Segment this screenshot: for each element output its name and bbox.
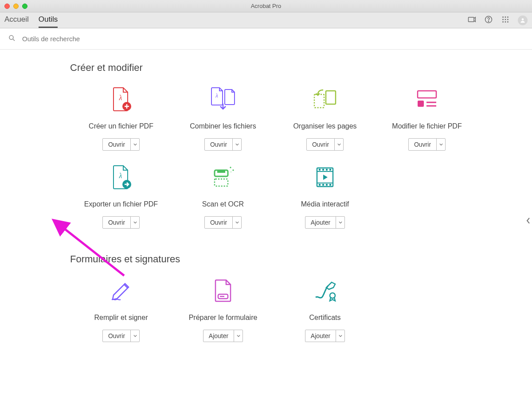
tool-fill-sign[interactable]: Remplir et signer Ouvrir [70, 277, 172, 342]
tool-open-button[interactable]: Ouvrir [408, 138, 446, 151]
dropdown-caret-icon[interactable] [232, 217, 241, 228]
search-input[interactable] [22, 35, 524, 43]
svg-point-12 [522, 18, 524, 20]
main-toolbar: Accueil Outils [0, 12, 532, 28]
svg-text:λ: λ [215, 92, 218, 99]
close-window-button[interactable] [4, 4, 10, 9]
tool-certificates[interactable]: Certificats Ajouter [274, 277, 376, 342]
prepare-form-icon [214, 277, 232, 304]
svg-rect-18 [314, 94, 324, 108]
svg-point-2 [488, 21, 489, 21]
svg-text:λ: λ [119, 172, 122, 179]
tool-prepare-form[interactable]: Préparer le formulaire Ajouter [172, 277, 274, 342]
tab-tools[interactable]: Outils [39, 12, 58, 28]
tool-label: Créer un fichier PDF [89, 122, 153, 130]
svg-rect-36 [322, 184, 324, 186]
certificates-icon [312, 277, 338, 304]
svg-rect-19 [418, 91, 436, 98]
dropdown-caret-icon[interactable] [130, 217, 139, 228]
tool-add-button[interactable]: Ajouter [305, 216, 345, 229]
svg-rect-38 [329, 184, 331, 186]
section-title-forms-signatures: Formulaires et signatures [70, 253, 532, 265]
tool-open-button[interactable]: Ouvrir [102, 216, 140, 229]
svg-rect-6 [502, 19, 504, 20]
dropdown-caret-icon[interactable] [334, 139, 343, 150]
tool-organize-pages[interactable]: Organiser les pages Ouvrir [274, 86, 376, 151]
svg-rect-20 [418, 101, 424, 107]
tool-open-button[interactable]: Ouvrir [102, 330, 140, 342]
tool-label: Combiner les fichiers [190, 122, 256, 130]
svg-rect-32 [322, 169, 324, 171]
svg-rect-0 [469, 17, 474, 22]
svg-rect-26 [217, 170, 225, 173]
tool-open-button[interactable]: Ouvrir [102, 138, 140, 151]
scan-ocr-icon [211, 164, 235, 191]
tool-label: Certificats [309, 314, 340, 322]
svg-rect-35 [319, 184, 321, 186]
tool-label: Média interactif [301, 200, 349, 208]
interactive-media-icon [315, 164, 335, 191]
svg-rect-17 [326, 91, 336, 104]
share-icon[interactable] [467, 15, 476, 26]
apps-grid-icon[interactable] [501, 15, 510, 26]
tab-home[interactable]: Accueil [4, 12, 29, 28]
dropdown-caret-icon[interactable] [130, 139, 139, 150]
tool-label: Remplir et signer [94, 314, 148, 322]
section-title-create-modify: Créer et modifier [70, 62, 532, 74]
export-pdf-icon: λ [110, 164, 132, 191]
svg-rect-37 [326, 184, 328, 186]
tool-scan-ocr[interactable]: Scan et OCR Ouvrir [172, 164, 274, 229]
svg-rect-3 [502, 16, 504, 18]
zoom-window-button[interactable] [22, 4, 27, 9]
svg-rect-31 [319, 169, 321, 171]
dropdown-caret-icon[interactable] [130, 330, 139, 342]
tool-open-button[interactable]: Ouvrir [204, 216, 242, 229]
organize-pages-icon [313, 86, 337, 113]
dropdown-caret-icon[interactable] [336, 217, 344, 228]
svg-rect-9 [502, 21, 504, 22]
dropdown-caret-icon[interactable] [232, 139, 241, 150]
dropdown-caret-icon[interactable] [234, 330, 243, 342]
tool-create-pdf[interactable]: λ Créer un fichier PDF Ouvrir [70, 86, 172, 151]
svg-rect-33 [326, 169, 328, 171]
svg-rect-11 [507, 21, 509, 22]
svg-text:λ: λ [119, 94, 122, 101]
window-title: Acrobat Pro [0, 3, 532, 9]
svg-rect-5 [507, 16, 509, 18]
panel-collapse-chevron-icon[interactable] [525, 215, 532, 226]
search-bar [0, 28, 532, 50]
window-titlebar: Acrobat Pro [0, 0, 532, 12]
dropdown-caret-icon[interactable] [336, 330, 344, 342]
svg-rect-34 [329, 169, 331, 171]
tool-export-pdf[interactable]: λ Exporter un fichier PDF Ouvrir [70, 164, 172, 229]
window-controls [0, 4, 27, 9]
account-avatar[interactable] [518, 16, 528, 25]
minimize-window-button[interactable] [13, 4, 19, 9]
combine-files-icon: λ [210, 86, 236, 113]
dropdown-caret-icon[interactable] [436, 139, 445, 150]
tool-label: Scan et OCR [202, 200, 244, 208]
svg-point-13 [9, 35, 13, 39]
create-pdf-icon: λ [110, 86, 132, 113]
search-icon [8, 34, 16, 44]
tool-add-button[interactable]: Ajouter [203, 330, 243, 342]
tool-combine-files[interactable]: λ Combiner les fichiers Ouvrir [172, 86, 274, 151]
tool-open-button[interactable]: Ouvrir [306, 138, 344, 151]
tool-add-button[interactable]: Ajouter [305, 330, 345, 342]
tool-label: Modifier le fichier PDF [392, 122, 462, 130]
svg-rect-7 [505, 19, 506, 20]
fill-sign-icon [109, 277, 133, 304]
tool-label: Préparer le formulaire [189, 314, 258, 322]
help-icon[interactable] [484, 15, 493, 26]
svg-rect-27 [215, 179, 228, 186]
svg-rect-8 [507, 19, 509, 20]
tool-label: Exporter un fichier PDF [84, 200, 158, 208]
tool-open-button[interactable]: Ouvrir [204, 138, 242, 151]
edit-pdf-icon [416, 86, 438, 113]
tool-edit-pdf[interactable]: Modifier le fichier PDF Ouvrir [376, 86, 478, 151]
svg-rect-10 [505, 21, 506, 22]
svg-rect-4 [505, 16, 506, 18]
tool-label: Organiser les pages [293, 122, 356, 130]
tool-interactive-media[interactable]: Média interactif Ajouter [274, 164, 376, 229]
